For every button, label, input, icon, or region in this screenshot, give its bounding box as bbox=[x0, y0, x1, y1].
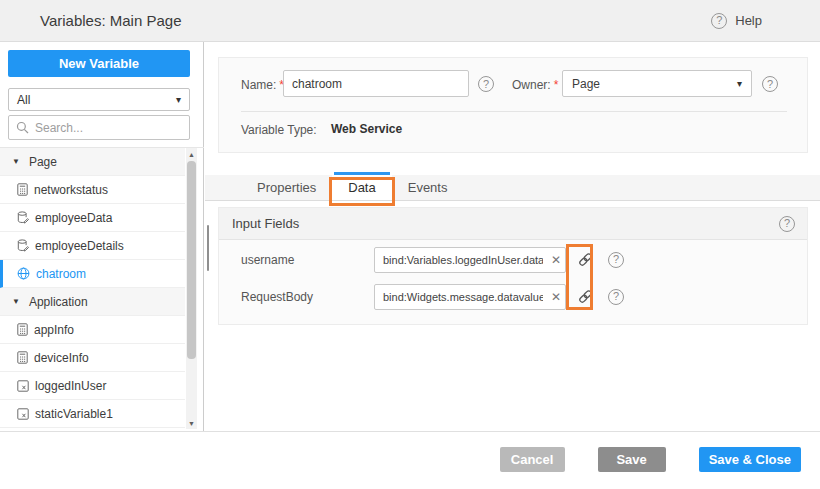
tree-item-label: employeeDetails bbox=[35, 239, 124, 253]
web-service-variable-icon bbox=[17, 267, 30, 280]
tree-item-deviceinfo[interactable]: deviceInfo bbox=[0, 344, 185, 372]
new-variable-button[interactable]: New Variable bbox=[8, 50, 190, 77]
tab-bar: Properties Data Events bbox=[205, 175, 820, 201]
content-scrollbar-thumb[interactable] bbox=[207, 225, 209, 271]
tree-group-page[interactable]: ▼ Page bbox=[0, 148, 185, 176]
tab-label: Events bbox=[408, 180, 448, 195]
owner-label: Owner:* bbox=[512, 78, 558, 92]
tree-item-employeedata[interactable]: employeeData bbox=[0, 204, 185, 232]
tab-properties[interactable]: Properties bbox=[241, 175, 332, 200]
tree-item-label: loggedInUser bbox=[35, 379, 106, 393]
tab-label: Data bbox=[348, 180, 375, 195]
requestbody-bind-input[interactable] bbox=[374, 284, 566, 310]
chevron-down-icon: ▾ bbox=[737, 78, 742, 89]
device-variable-icon bbox=[17, 183, 28, 196]
tree-item-label: networkstatus bbox=[34, 183, 108, 197]
bind-link-button[interactable] bbox=[575, 285, 595, 309]
search-box[interactable] bbox=[8, 115, 190, 140]
bind-link-button[interactable] bbox=[575, 248, 595, 272]
owner-value: Page bbox=[572, 77, 600, 91]
required-marker: * bbox=[554, 78, 559, 92]
service-variable-icon bbox=[17, 211, 29, 224]
scroll-up-icon[interactable]: ▲ bbox=[186, 149, 197, 159]
tab-label: Properties bbox=[257, 180, 316, 195]
filter-value: All bbox=[17, 93, 30, 107]
tree-item-label: deviceInfo bbox=[34, 351, 89, 365]
page-title: Variables: Main Page bbox=[40, 12, 181, 29]
variable-tree: ▼ Page networkstatus employeeData employ… bbox=[0, 148, 185, 428]
help-icon[interactable]: ? bbox=[478, 76, 494, 92]
variable-type-value: Web Service bbox=[331, 122, 402, 136]
service-variable-icon bbox=[17, 239, 29, 252]
tree-group-label: Page bbox=[29, 155, 57, 169]
sidebar-scrollbar[interactable]: ▲ ▼ bbox=[186, 148, 197, 429]
tree-item-loggedinuser[interactable]: loggedInUser bbox=[0, 372, 185, 400]
username-bind-input[interactable] bbox=[374, 247, 566, 273]
bind-value-box: ✕ bbox=[374, 247, 566, 273]
link-icon bbox=[578, 252, 593, 267]
tree-item-chatroom[interactable]: chatroom bbox=[0, 260, 185, 288]
chevron-down-icon: ▾ bbox=[176, 94, 181, 105]
search-icon bbox=[16, 121, 29, 134]
tree-item-employeedetails[interactable]: employeeDetails bbox=[0, 232, 185, 260]
static-variable-icon bbox=[17, 408, 29, 420]
variable-type-label: Variable Type: bbox=[241, 123, 317, 137]
tree-item-label: chatroom bbox=[36, 267, 86, 281]
input-fields-section: Input Fields ? username ✕ ? RequestBody … bbox=[218, 207, 808, 325]
tree-group-application[interactable]: ▼ Application bbox=[0, 288, 185, 316]
input-field-row: RequestBody ✕ ? bbox=[219, 283, 807, 310]
tree-item-label: employeeData bbox=[35, 211, 112, 225]
clear-icon[interactable]: ✕ bbox=[551, 254, 561, 266]
help-icon: ? bbox=[711, 13, 727, 29]
tree-item-appinfo[interactable]: appInfo bbox=[0, 316, 185, 344]
input-field-row: username ✕ ? bbox=[219, 246, 807, 273]
tree-item-networkstatus[interactable]: networkstatus bbox=[0, 176, 185, 204]
static-variable-icon bbox=[17, 380, 29, 392]
save-close-button[interactable]: Save & Close bbox=[699, 447, 801, 472]
field-label: username bbox=[241, 253, 374, 267]
expander-icon[interactable]: ▼ bbox=[12, 297, 20, 306]
help-label: Help bbox=[735, 13, 762, 28]
name-label: Name:* bbox=[241, 78, 284, 92]
scrollbar-thumb[interactable] bbox=[187, 161, 196, 359]
cancel-button[interactable]: Cancel bbox=[500, 447, 565, 472]
form-divider bbox=[241, 111, 787, 112]
footer-divider bbox=[0, 431, 820, 432]
footer-actions: Cancel Save Save & Close bbox=[500, 447, 801, 472]
help-icon[interactable]: ? bbox=[608, 252, 624, 268]
sidebar: New Variable All ▾ ▼ Page networkstatus … bbox=[0, 42, 204, 431]
tree-item-staticvariable1[interactable]: staticVariable1 bbox=[0, 400, 185, 428]
save-button[interactable]: Save bbox=[598, 447, 666, 472]
bind-value-box: ✕ bbox=[374, 284, 566, 310]
tab-data[interactable]: Data bbox=[332, 175, 391, 200]
help-icon[interactable]: ? bbox=[779, 216, 795, 232]
field-label: RequestBody bbox=[241, 290, 374, 304]
tree-item-label: staticVariable1 bbox=[35, 407, 113, 421]
name-input[interactable] bbox=[283, 70, 469, 97]
filter-dropdown[interactable]: All ▾ bbox=[8, 88, 190, 111]
help-icon[interactable]: ? bbox=[762, 76, 778, 92]
expander-icon[interactable]: ▼ bbox=[12, 157, 20, 166]
scroll-down-icon[interactable]: ▼ bbox=[186, 418, 197, 428]
variables-dialog: Variables: Main Page ? Help New Variable… bbox=[0, 0, 820, 489]
variable-form: Name:* ? Owner:* Page ▾ ? Variable Type:… bbox=[218, 57, 808, 153]
tab-events[interactable]: Events bbox=[392, 175, 464, 200]
tree-item-label: appInfo bbox=[34, 323, 74, 337]
help-button[interactable]: ? Help bbox=[711, 13, 762, 29]
device-variable-icon bbox=[17, 323, 28, 336]
section-title: Input Fields bbox=[232, 216, 299, 231]
clear-icon[interactable]: ✕ bbox=[551, 291, 561, 303]
dialog-header: Variables: Main Page ? Help bbox=[0, 0, 820, 42]
input-fields-header: Input Fields ? bbox=[219, 208, 807, 240]
device-variable-icon bbox=[17, 351, 28, 364]
help-icon[interactable]: ? bbox=[608, 289, 624, 305]
link-icon bbox=[578, 289, 593, 304]
search-input[interactable] bbox=[35, 121, 182, 135]
owner-select[interactable]: Page ▾ bbox=[562, 70, 752, 97]
tree-group-label: Application bbox=[29, 295, 88, 309]
